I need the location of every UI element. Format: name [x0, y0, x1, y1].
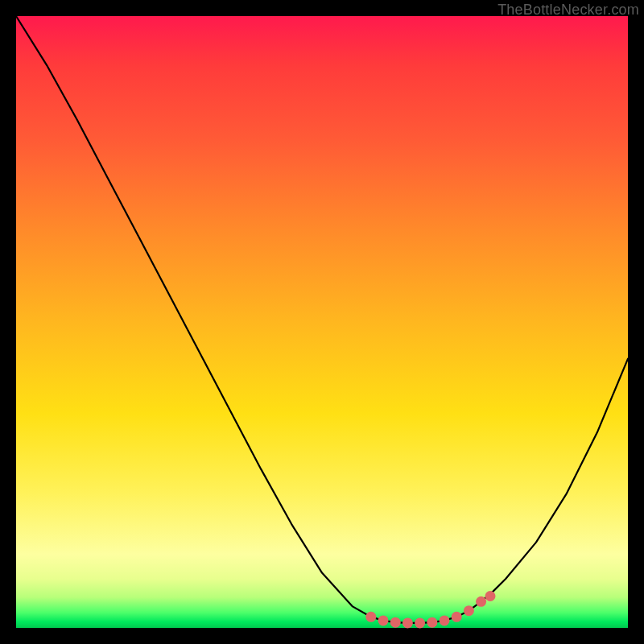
optimal-marker — [365, 612, 376, 622]
optimal-marker — [390, 617, 401, 628]
bottleneck-curve — [16, 16, 628, 623]
optimal-marker — [485, 591, 496, 601]
optimal-marker — [476, 597, 486, 607]
optimal-marker — [440, 615, 450, 625]
optimal-marker — [464, 605, 474, 616]
optimal-marker — [452, 612, 462, 622]
optimal-marker — [415, 617, 425, 628]
optimal-marker — [402, 617, 413, 628]
plot-area — [16, 16, 628, 628]
optimal-marker — [427, 617, 437, 628]
optimal-range-markers — [365, 591, 495, 628]
curve-layer — [16, 16, 628, 628]
optimal-marker — [378, 615, 389, 625]
chart-frame: TheBottleNecker.com — [0, 0, 644, 644]
watermark-text: TheBottleNecker.com — [497, 2, 639, 19]
